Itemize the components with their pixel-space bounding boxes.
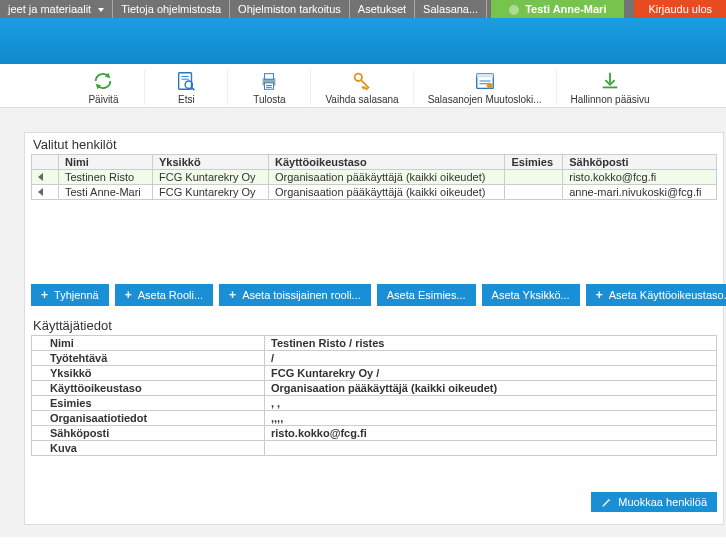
key-icon: [351, 70, 373, 92]
plus-icon: +: [596, 288, 603, 302]
action-button-row: +Tyhjennä +Aseta Rooli... +Aseta toissij…: [31, 284, 717, 306]
clear-button[interactable]: +Tyhjennä: [31, 284, 109, 306]
print-button[interactable]: Tulosta: [228, 70, 311, 105]
logout-button[interactable]: Kirjaudu ulos: [634, 0, 726, 18]
menu-item-label: jeet ja materiaalit: [8, 3, 91, 15]
pencil-icon: [601, 497, 612, 508]
chevron-down-icon: [98, 8, 104, 12]
selected-persons-table: Nimi Yksikkö Käyttöoikeustaso Esimies Sä…: [31, 154, 717, 200]
admin-page-button[interactable]: Hallinnon pääsivu: [557, 70, 664, 105]
detail-row: Työtehtävä/: [32, 351, 717, 366]
edit-person-button[interactable]: Muokkaa henkilöä: [591, 492, 717, 512]
search-button[interactable]: Etsi: [145, 70, 228, 105]
set-role-button[interactable]: +Aseta Rooli...: [115, 284, 213, 306]
password-log-button[interactable]: Salasanojen Muutosloki...: [414, 70, 557, 105]
detail-value: Organisaation pääkäyttäjä (kaikki oikeud…: [265, 381, 717, 396]
change-password-button[interactable]: Vaihda salasana: [311, 70, 413, 105]
svg-point-15: [486, 83, 492, 89]
user-name: Testi Anne-Mari: [525, 3, 606, 15]
button-label: Tyhjennä: [54, 289, 99, 301]
detail-value: ,,,,: [265, 411, 717, 426]
cell-yksikko: FCG Kuntarekry Oy: [153, 185, 269, 200]
logout-label: Kirjaudu ulos: [648, 3, 712, 15]
col-yksikko[interactable]: Yksikkö: [153, 155, 269, 170]
set-supervisor-button[interactable]: Aseta Esimies...: [377, 284, 476, 306]
cell-esimies: [505, 185, 563, 200]
detail-key: Käyttöoikeustaso: [32, 381, 265, 396]
col-nimi[interactable]: Nimi: [59, 155, 153, 170]
detail-key: Organisaatiotiedot: [32, 411, 265, 426]
cell-yksikko: FCG Kuntarekry Oy: [153, 170, 269, 185]
row-collapse-button[interactable]: [32, 170, 59, 185]
set-permission-button[interactable]: +Aseta Käyttöoikeustaso...: [586, 284, 726, 306]
current-user-badge[interactable]: Testi Anne-Mari: [491, 0, 624, 18]
detail-key: Kuva: [32, 441, 265, 456]
menu-item-password[interactable]: Salasana...: [415, 0, 487, 18]
toolbar-label: Tulosta: [253, 94, 285, 105]
menu-item-settings[interactable]: Asetukset: [350, 0, 415, 18]
toolbar-label: Päivitä: [88, 94, 118, 105]
plus-icon: +: [229, 288, 236, 302]
cell-email: anne-mari.nivukoski@fcg.fi: [563, 185, 717, 200]
set-sec-role-button[interactable]: +Aseta toissijainen rooli...: [219, 284, 371, 306]
search-icon: [175, 70, 197, 92]
cell-nimi: Testinen Risto: [59, 170, 153, 185]
menu-item-label: Asetukset: [358, 3, 406, 15]
menu-item-label: Ohjelmiston tarkoitus: [238, 3, 341, 15]
download-icon: [599, 70, 621, 92]
col-email[interactable]: Sähköposti: [563, 155, 717, 170]
detail-key: Esimies: [32, 396, 265, 411]
svg-point-10: [355, 74, 362, 81]
cell-nimi: Testi Anne-Mari: [59, 185, 153, 200]
table-row[interactable]: Testi Anne-Mari FCG Kuntarekry Oy Organi…: [32, 185, 717, 200]
cell-esimies: [505, 170, 563, 185]
detail-row: NimiTestinen Risto / ristes: [32, 336, 717, 351]
svg-rect-6: [265, 74, 274, 80]
table-header-row: Nimi Yksikkö Käyttöoikeustaso Esimies Sä…: [32, 155, 717, 170]
menu-item-materials[interactable]: jeet ja materiaalit: [0, 0, 113, 18]
set-unit-button[interactable]: Aseta Yksikkö...: [482, 284, 580, 306]
detail-row: Organisaatiotiedot,,,,: [32, 411, 717, 426]
button-label: Aseta Yksikkö...: [492, 289, 570, 301]
button-label: Aseta Esimies...: [387, 289, 466, 301]
detail-row: Kuva: [32, 441, 717, 456]
detail-value: , ,: [265, 396, 717, 411]
detail-row: Sähköpostiristo.kokko@fcg.fi: [32, 426, 717, 441]
svg-line-4: [192, 87, 195, 90]
row-collapse-button[interactable]: [32, 185, 59, 200]
detail-value: /: [265, 351, 717, 366]
detail-row: YksikköFCG Kuntarekry Oy /: [32, 366, 717, 381]
detail-row: Esimies, ,: [32, 396, 717, 411]
button-label: Aseta toissijainen rooli...: [242, 289, 361, 301]
main-toolbar: Päivitä Etsi Tulosta Vaihda salasana Sal…: [0, 64, 726, 108]
refresh-button[interactable]: Päivitä: [62, 70, 145, 105]
content-area: Valitut henkilöt Nimi Yksikkö Käyttöoike…: [0, 108, 726, 537]
top-menu-bar: jeet ja materiaalit Tietoja ohjelmistost…: [0, 0, 726, 18]
col-expand: [32, 155, 59, 170]
detail-key: Nimi: [32, 336, 265, 351]
chevron-left-icon: [38, 173, 43, 181]
log-icon: [474, 70, 496, 92]
print-icon: [258, 70, 280, 92]
footer-actions: Muokkaa henkilöä: [31, 492, 717, 512]
toolbar-label: Hallinnon pääsivu: [571, 94, 650, 105]
svg-rect-12: [476, 74, 493, 78]
button-label: Aseta Käyttöoikeustaso...: [609, 289, 726, 301]
col-taso[interactable]: Käyttöoikeustaso: [269, 155, 505, 170]
table-row[interactable]: Testinen Risto FCG Kuntarekry Oy Organis…: [32, 170, 717, 185]
user-details-title: Käyttäjätiedot: [33, 318, 717, 333]
cell-taso: Organisaation pääkäyttäjä (kaikki oikeud…: [269, 170, 505, 185]
plus-icon: +: [41, 288, 48, 302]
user-details-table: NimiTestinen Risto / ristes Työtehtävä/ …: [31, 335, 717, 456]
col-esimies[interactable]: Esimies: [505, 155, 563, 170]
detail-value: [265, 441, 717, 456]
menu-item-purpose[interactable]: Ohjelmiston tarkoitus: [230, 0, 350, 18]
toolbar-label: Etsi: [178, 94, 195, 105]
menu-item-about[interactable]: Tietoja ohjelmistosta: [113, 0, 230, 18]
menu-item-label: Salasana...: [423, 3, 478, 15]
detail-value: risto.kokko@fcg.fi: [265, 426, 717, 441]
menu-item-label: Tietoja ohjelmistosta: [121, 3, 221, 15]
detail-key: Työtehtävä: [32, 351, 265, 366]
detail-key: Yksikkö: [32, 366, 265, 381]
selected-persons-title: Valitut henkilöt: [33, 137, 717, 152]
